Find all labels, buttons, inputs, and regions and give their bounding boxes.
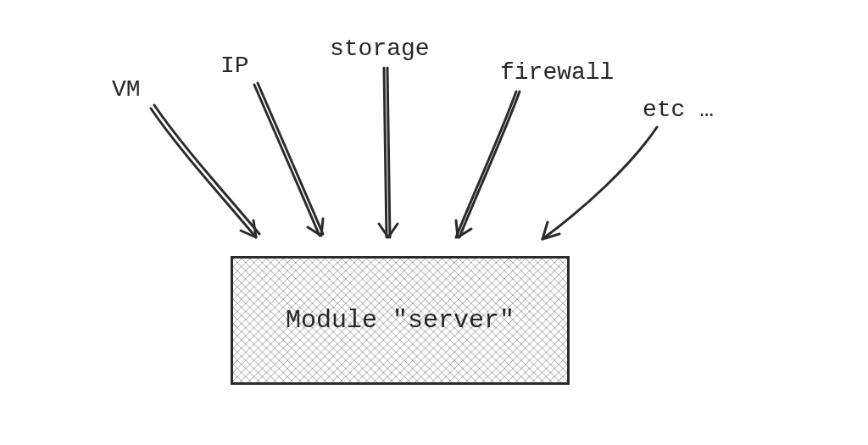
input-label-ip: IP — [220, 53, 249, 79]
arrow-firewall — [456, 92, 520, 237]
input-label-etc: etc … — [643, 97, 714, 123]
input-label-storage: storage — [330, 36, 430, 62]
arrow-etc — [542, 127, 657, 239]
input-label-vm: VM — [112, 76, 141, 103]
arrow-storage — [379, 68, 398, 237]
diagram-stage: VM IP storage firewall etc … — [0, 0, 868, 445]
arrow-vm — [151, 105, 259, 237]
arrow-ip — [254, 83, 323, 236]
module-label: Module "server" — [281, 306, 520, 335]
module-box: Module "server" — [231, 256, 570, 385]
input-label-firewall: firewall — [500, 59, 614, 86]
